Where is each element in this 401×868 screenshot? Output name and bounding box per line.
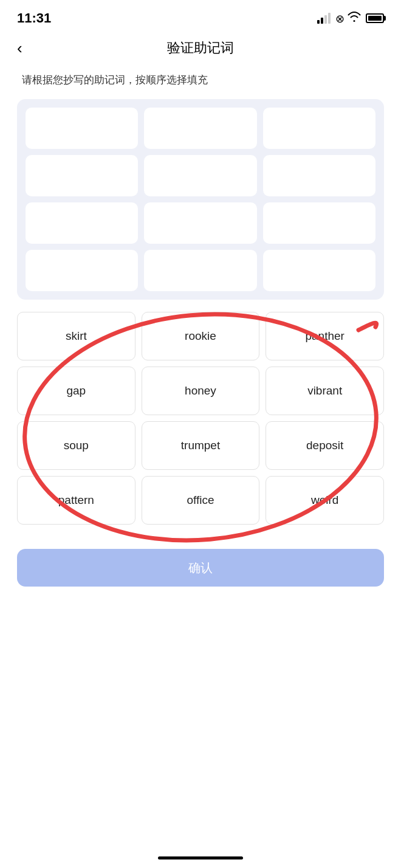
confirm-button[interactable]: 确认 <box>17 549 384 587</box>
answer-cell[interactable] <box>144 108 256 149</box>
wifi-icon: ⊗ <box>335 12 361 26</box>
status-bar: 11:31 ⊗ <box>0 0 401 33</box>
answer-cell[interactable] <box>26 155 138 196</box>
word-cell-gap[interactable]: gap <box>17 367 135 415</box>
answer-grid <box>17 99 384 300</box>
word-cell-trumpet[interactable]: trumpet <box>142 421 260 470</box>
word-grid-wrapper: skirt rookie panther gap honey vibrant s… <box>0 312 401 525</box>
word-cell-weird[interactable]: weird <box>266 476 384 525</box>
word-cell-skirt[interactable]: skirt <box>17 312 135 360</box>
word-cell-soup[interactable]: soup <box>17 421 135 470</box>
answer-cell[interactable] <box>263 155 375 196</box>
header: ‹ 验证助记词 <box>0 33 401 67</box>
word-cell-honey[interactable]: honey <box>142 367 260 415</box>
answer-cell[interactable] <box>263 250 375 291</box>
answer-cell[interactable] <box>144 250 256 291</box>
instruction-text: 请根据您抄写的助记词，按顺序选择填充 <box>0 67 401 99</box>
page-title: 验证助记词 <box>167 39 234 57</box>
battery-icon <box>366 13 384 23</box>
word-cell-rookie[interactable]: rookie <box>142 312 260 360</box>
word-cell-deposit[interactable]: deposit <box>266 421 384 470</box>
status-icons: ⊗ <box>317 12 384 26</box>
word-cell-vibrant[interactable]: vibrant <box>266 367 384 415</box>
signal-icon <box>317 13 331 24</box>
answer-cell[interactable] <box>144 202 256 244</box>
word-cell-office[interactable]: office <box>142 476 260 525</box>
status-time: 11:31 <box>17 10 51 26</box>
answer-cell[interactable] <box>144 155 256 196</box>
answer-cell[interactable] <box>263 108 375 149</box>
back-button[interactable]: ‹ <box>17 39 22 58</box>
answer-cell[interactable] <box>26 202 138 244</box>
word-cell-panther[interactable]: panther <box>266 312 384 360</box>
home-indicator <box>158 856 243 859</box>
answer-cell[interactable] <box>26 250 138 291</box>
answer-cell[interactable] <box>26 108 138 149</box>
word-cell-pattern[interactable]: pattern <box>17 476 135 525</box>
word-grid: skirt rookie panther gap honey vibrant s… <box>17 312 384 525</box>
answer-cell[interactable] <box>263 202 375 244</box>
